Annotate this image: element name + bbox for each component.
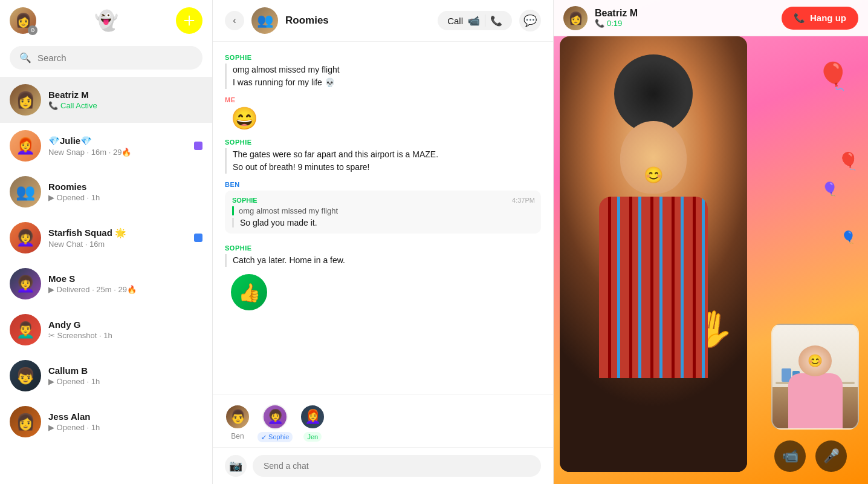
msg-text-sophie-1: omg almost missed my flightI was running… (225, 64, 541, 89)
video-toggle-button[interactable]: 📹 (774, 440, 806, 472)
message-1: SOPHIE omg almost missed my flightI was … (225, 54, 541, 89)
pip-person-body: 😊 (772, 345, 858, 428)
chat-info-callum: Callum B ▶ Opened · 1h (48, 365, 202, 386)
avatar-moe: 👩‍🦱 (10, 268, 41, 299)
divider (485, 15, 485, 27)
gear-icon: ⚙ (28, 25, 37, 35)
caller-name: Beatriz M (595, 8, 638, 19)
msg-sender-ben: BEN (225, 181, 541, 188)
search-input[interactable] (37, 53, 193, 63)
avatar-starfish: 👩‍🦱 (10, 222, 41, 253)
chat-name-andyg: Andy G (48, 319, 202, 330)
chat-name-julie: 💎Julie💎 (48, 136, 187, 146)
receipt-avatar-ben: 👨 (225, 404, 250, 430)
avatar-andyg: 👨‍🦱 (10, 314, 41, 345)
avatar-roomies: 👥 (10, 176, 41, 208)
chat-info-moe: Moe S ▶ Delivered · 25m · 29🔥 (48, 273, 202, 294)
video-call-icon[interactable]: 📹 (468, 15, 480, 27)
receipt-name-ben: Ben (231, 432, 244, 440)
avatar-jess: 👩 (10, 406, 41, 437)
chat-info-jess: Jess Alan ▶ Opened · 1h (48, 411, 202, 432)
chat-list: 👩 Beatriz M 📞 Call Active 👩‍🦰 💎Julie💎 Ne… (0, 77, 212, 484)
message-6: 👍 (225, 274, 541, 310)
chat-status-roomies: ▶ Opened · 1h (48, 193, 202, 202)
receipt-avatar-sophie: 👩‍🦱 (262, 404, 288, 430)
mic-toggle-button[interactable]: 🎤 (815, 440, 847, 472)
back-button[interactable]: ‹ (225, 11, 244, 30)
chat-input[interactable] (253, 455, 541, 477)
sticker: 👍 (231, 274, 267, 310)
call-timer: 📞 0:19 (595, 19, 638, 28)
chat-status-julie: New Snap · 16m · 29🔥 (48, 148, 187, 157)
chat-name-roomies: Roomies (48, 182, 202, 192)
shirt (599, 197, 708, 378)
chat-status-moe: ▶ Delivered · 25m · 29🔥 (48, 285, 202, 294)
msg-sender-sophie-2: SOPHIE (225, 139, 541, 146)
hang-up-icon: 📞 (794, 13, 805, 24)
search-bar[interactable]: 🔍 (10, 46, 202, 70)
video-panel: 👩 Beatriz M 📞 0:19 📞 Hang up 🎈 🎈 🎈 🎈 (554, 0, 868, 484)
quoted-time: 4:37PM (512, 197, 535, 204)
chat-info-julie: 💎Julie💎 New Snap · 16m · 29🔥 (48, 136, 187, 157)
msg-sender-sophie-3: SOPHIE (225, 244, 541, 252)
chat-item-roomies[interactable]: 👥 Roomies ▶ Opened · 1h (0, 169, 212, 215)
chat-input-area: 📷 (213, 447, 553, 484)
snap-add-button[interactable] (176, 7, 202, 34)
chat-status-callum: ▶ Opened · 1h (48, 377, 202, 386)
chat-item-callum[interactable]: 👦 Callum B ▶ Opened · 1h (0, 353, 212, 399)
self-avatar[interactable]: 👩 ⚙ (10, 7, 36, 34)
read-receipts: 👨 Ben 👩‍🦱 ↙ Sophie 👩‍🦰 Jen (213, 394, 553, 447)
face: 😊 (620, 121, 687, 194)
hang-up-button[interactable]: 📞 Hang up (782, 7, 858, 30)
phone-icon[interactable]: 📞 (490, 15, 502, 27)
message-3: SOPHIE The gates were so far apart and t… (225, 139, 541, 174)
chat-name-jess: Jess Alan (48, 411, 202, 422)
chat-item-jess[interactable]: 👩 Jess Alan ▶ Opened · 1h (0, 399, 212, 445)
call-options: Call 📹 📞 (438, 11, 512, 30)
sidebar: 👩 ⚙ 👻 🔍 👩 Beatriz M 📞 Call Active 👩‍🦰 (0, 0, 213, 484)
chat-info-andyg: Andy G ✂ Screenshot · 1h (48, 319, 202, 340)
pip-face: 😊 (798, 345, 832, 376)
chat-info-beatriz: Beatriz M 📞 Call Active (48, 90, 202, 110)
chat-main: ‹ 👥 Roomies Call 📹 📞 💬 SOPHIE omg almost… (213, 0, 554, 484)
avatar-julie: 👩‍🦰 (10, 130, 41, 162)
group-avatar: 👥 (251, 7, 278, 34)
balloon-2: 🎈 (838, 151, 859, 171)
messages-area: SOPHIE omg almost missed my flightI was … (213, 42, 553, 394)
chat-item-andyg[interactable]: 👨‍🦱 Andy G ✂ Screenshot · 1h (0, 307, 212, 353)
chat-header: ‹ 👥 Roomies Call 📹 📞 💬 (213, 0, 553, 42)
msg-text-sophie-2: The gates were so far apart and this air… (225, 148, 541, 174)
chat-item-starfish[interactable]: 👩‍🦱 Starfish Squad 🌟 New Chat · 16m (0, 215, 212, 261)
chat-item-julie[interactable]: 👩‍🦰 💎Julie💎 New Snap · 16m · 29🔥 (0, 123, 212, 169)
caller-avatar: 👩 (563, 6, 588, 30)
chat-item-moe[interactable]: 👩‍🦱 Moe S ▶ Delivered · 25m · 29🔥 (0, 261, 212, 307)
msg-sender-sophie-1: SOPHIE (225, 54, 541, 61)
avatar-beatriz: 👩 (10, 84, 41, 116)
person-layer: 😊 ✋ (560, 36, 747, 472)
camera-button[interactable]: 📷 (225, 455, 247, 477)
sidebar-header: 👩 ⚙ 👻 (0, 0, 212, 41)
chat-item-beatriz[interactable]: 👩 Beatriz M 📞 Call Active (0, 77, 212, 123)
smile: 😊 (644, 166, 663, 185)
message-5: SOPHIE Catch ya later. Home in a few. (225, 244, 541, 267)
pip-person: 😊 (772, 325, 858, 428)
chat-name-beatriz: Beatriz M (48, 90, 202, 100)
msg-sender-me: ME (225, 96, 541, 103)
msg-emoji-me: 😄 (231, 106, 541, 131)
balloon-4: 🎈 (841, 230, 856, 244)
quoted-message: SOPHIE 4:37PM omg almost missed my fligh… (225, 191, 541, 234)
search-icon: 🔍 (19, 52, 31, 64)
unread-badge-julie (194, 142, 202, 150)
receipt-ben: 👨 Ben (225, 404, 250, 442)
chat-status-beatriz: 📞 Call Active (48, 101, 202, 110)
main-video-feed: 😊 ✋ (560, 36, 747, 472)
chat-icon-button[interactable]: 💬 (519, 10, 541, 31)
chat-info-starfish: Starfish Squad 🌟 New Chat · 16m (48, 227, 187, 249)
receipt-sophie: 👩‍🦱 ↙ Sophie (257, 404, 293, 442)
caller-info: Beatriz M 📞 0:19 (595, 8, 638, 28)
call-controls: 📹 🎤 (753, 440, 868, 472)
chat-name-moe: Moe S (48, 273, 202, 284)
ben-reply-text: So glad you made it. (232, 218, 534, 227)
chat-name-callum: Callum B (48, 365, 202, 376)
hang-up-label: Hang up (810, 13, 846, 23)
